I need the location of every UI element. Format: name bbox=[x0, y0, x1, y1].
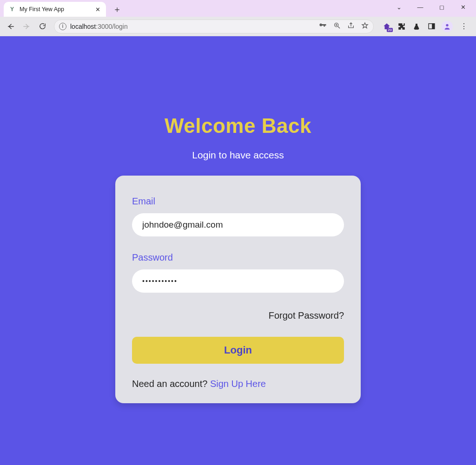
tab-close-button[interactable]: ✕ bbox=[94, 6, 101, 13]
zoom-icon[interactable] bbox=[333, 22, 341, 31]
window-close-button[interactable]: ✕ bbox=[456, 4, 469, 11]
bookmark-star-icon[interactable] bbox=[361, 22, 369, 31]
url-path: :3000/login bbox=[96, 23, 128, 30]
password-key-icon[interactable] bbox=[318, 21, 327, 31]
extension-home-icon[interactable]: 20 bbox=[382, 22, 391, 31]
address-bar[interactable]: i localhost:3000/login bbox=[54, 20, 374, 33]
tab-title: My First Yew App bbox=[20, 6, 64, 13]
svg-point-6 bbox=[446, 24, 448, 26]
url-host: localhost bbox=[70, 23, 96, 30]
svg-line-1 bbox=[338, 26, 340, 28]
nav-back-button[interactable] bbox=[4, 20, 18, 33]
need-account-text: Need an account? bbox=[132, 379, 210, 389]
browser-toolbar: i localhost:3000/login 20 bbox=[0, 17, 476, 36]
email-label: Email bbox=[132, 196, 344, 207]
window-controls: ⌄ ― ◻ ✕ bbox=[392, 0, 474, 14]
browser-menu-button[interactable]: ⋮ bbox=[458, 22, 469, 31]
nav-forward-button[interactable] bbox=[20, 20, 33, 33]
extension-flask-icon[interactable] bbox=[412, 22, 421, 31]
window-maximize-button[interactable]: ◻ bbox=[435, 4, 448, 11]
signup-link[interactable]: Sign Up Here bbox=[210, 379, 266, 389]
favicon-icon: Y bbox=[8, 6, 16, 13]
arrow-right-icon bbox=[22, 22, 31, 31]
extension-badge: 20 bbox=[387, 28, 393, 32]
password-input[interactable] bbox=[132, 269, 344, 293]
login-button[interactable]: Login bbox=[132, 337, 344, 364]
password-field-block: Password bbox=[132, 252, 344, 293]
arrow-left-icon bbox=[7, 22, 15, 31]
person-icon bbox=[443, 23, 451, 30]
window-minimize-button[interactable]: ― bbox=[414, 4, 427, 11]
site-info-icon[interactable]: i bbox=[59, 23, 66, 30]
nav-reload-button[interactable] bbox=[35, 20, 49, 33]
password-label: Password bbox=[132, 252, 344, 263]
forgot-password-link[interactable]: Forgot Password? bbox=[132, 310, 344, 321]
share-icon[interactable] bbox=[347, 22, 355, 31]
window-titlebar: Y My First Yew App ✕ ＋ ⌄ ― ◻ ✕ bbox=[0, 0, 476, 17]
page-headline: Welcome Back bbox=[165, 114, 311, 138]
page-viewport: Welcome Back Login to have access Email … bbox=[0, 36, 476, 465]
email-field-block: Email bbox=[132, 196, 344, 236]
login-card: Email Password Forgot Password? Login Ne… bbox=[115, 176, 361, 403]
browser-tab-active[interactable]: Y My First Yew App ✕ bbox=[4, 2, 106, 17]
extension-icons: 20 ⋮ bbox=[378, 21, 472, 32]
devices-panel-icon[interactable] bbox=[427, 22, 436, 31]
signup-row: Need an account? Sign Up Here bbox=[132, 379, 344, 389]
profile-avatar-button[interactable] bbox=[442, 21, 453, 32]
svg-rect-5 bbox=[432, 24, 435, 29]
tab-search-button[interactable]: ⌄ bbox=[392, 4, 405, 11]
reload-icon bbox=[39, 22, 46, 30]
email-input[interactable] bbox=[132, 213, 344, 236]
page-subhead: Login to have access bbox=[192, 150, 284, 161]
url-text: localhost:3000/login bbox=[70, 23, 128, 30]
new-tab-button[interactable]: ＋ bbox=[111, 3, 124, 16]
extensions-puzzle-icon[interactable] bbox=[397, 22, 406, 31]
